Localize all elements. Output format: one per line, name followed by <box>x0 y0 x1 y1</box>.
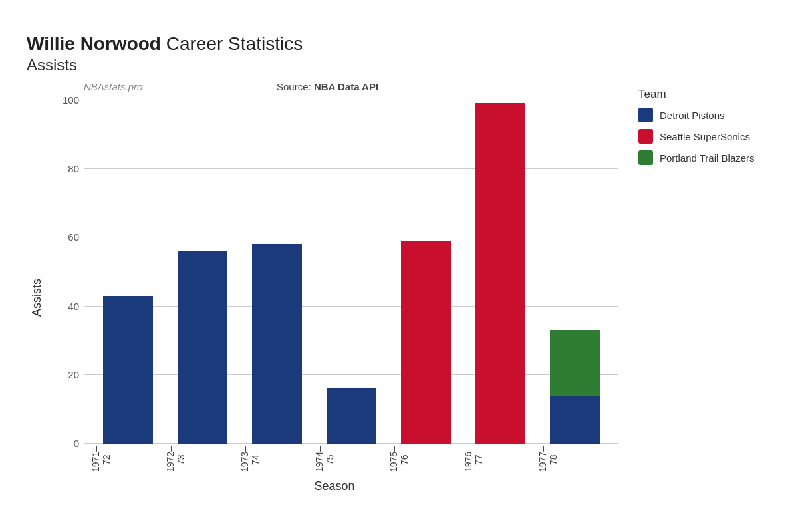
legend-item: Portland Trail Blazers <box>638 150 771 165</box>
bar-stack <box>327 388 376 444</box>
title-rest: Career Statistics <box>161 33 303 54</box>
bar-segment <box>475 103 525 444</box>
chart-area: Assists NBAstats.pro Source: NBA Data AP… <box>27 81 771 493</box>
bar-group <box>90 100 165 444</box>
x-tick-label: 1975–76 <box>388 444 463 475</box>
x-labels: 1971–721972–731973–741974–751975–761976–… <box>84 444 618 477</box>
y-axis-tick-label: 100 <box>54 94 79 106</box>
source-text: Source: <box>277 81 311 92</box>
bar-segment <box>401 241 451 444</box>
x-tick-label: 1976–77 <box>463 444 537 475</box>
bar-stack <box>103 296 153 444</box>
y-axis-tick-label: 0 <box>54 438 79 449</box>
x-axis-title: Season <box>44 479 625 493</box>
watermark: NBAstats.pro <box>84 81 142 92</box>
x-tick-label: 1977–78 <box>537 444 612 475</box>
plot-wrapper: NBAstats.pro Source: NBA Data API 100806… <box>44 81 625 493</box>
bar-group <box>388 100 463 444</box>
y-axis-tick-label: 40 <box>54 301 79 312</box>
bar-group <box>537 100 612 444</box>
bar-segment <box>550 330 600 395</box>
legend-item-label: Seattle SuperSonics <box>660 131 750 142</box>
y-axis-tick-label: 80 <box>54 163 79 174</box>
bar-group <box>239 100 314 444</box>
y-axis-tick-label: 20 <box>54 369 79 380</box>
bar-stack <box>475 103 525 444</box>
bar-segment <box>252 244 302 444</box>
legend: Team Detroit PistonsSeattle SuperSonicsP… <box>638 88 771 493</box>
bar-stack <box>550 330 600 444</box>
source-label: Source: NBA Data API <box>277 81 378 92</box>
main-title: Willie Norwood Career Statistics <box>27 33 771 55</box>
x-tick-label: 1973–74 <box>239 444 314 475</box>
bar-segment <box>178 251 227 444</box>
bars-area <box>84 100 618 444</box>
legend-swatch <box>638 108 653 122</box>
y-axis-tick-label: 60 <box>54 231 79 243</box>
x-tick-label: 1971–72 <box>90 444 165 475</box>
bar-segment <box>550 396 600 444</box>
source-bold: NBA Data API <box>314 81 378 92</box>
title-section: Willie Norwood Career Statistics Assists <box>27 33 771 74</box>
player-name-bold: Willie Norwood <box>27 33 161 54</box>
legend-item-label: Portland Trail Blazers <box>660 152 755 164</box>
x-tick-label: 1974–75 <box>314 444 388 475</box>
legend-swatch <box>638 150 653 165</box>
bar-segment <box>327 388 376 444</box>
y-axis-label: Assists <box>27 101 44 493</box>
legend-item-label: Detroit Pistons <box>660 110 725 121</box>
legend-swatch <box>638 129 653 144</box>
grid-and-bars: 100806040200 1971–721972–731973–741974–7… <box>84 100 618 477</box>
legend-item: Seattle SuperSonics <box>638 129 771 144</box>
bar-group <box>463 100 537 444</box>
bar-group <box>314 100 388 444</box>
legend-items: Detroit PistonsSeattle SuperSonicsPortla… <box>638 108 771 165</box>
sub-title: Assists <box>27 56 771 74</box>
plot-and-legend: NBAstats.pro Source: NBA Data API 100806… <box>44 81 771 493</box>
legend-title: Team <box>638 88 771 101</box>
bar-group <box>165 100 239 444</box>
x-tick-label: 1972–73 <box>165 444 239 475</box>
bar-stack <box>401 241 451 444</box>
bar-segment <box>103 296 153 444</box>
chart-container: Willie Norwood Career Statistics Assists… <box>13 13 785 519</box>
bar-stack <box>178 251 227 444</box>
bar-stack <box>252 244 302 444</box>
legend-item: Detroit Pistons <box>638 108 771 122</box>
